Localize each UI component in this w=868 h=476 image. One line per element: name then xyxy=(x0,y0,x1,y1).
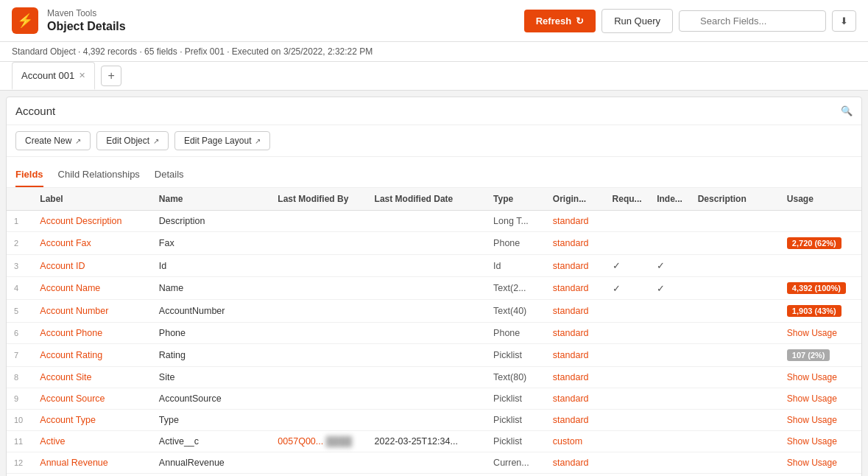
tab-child-relationships[interactable]: Child Relationships xyxy=(58,164,140,187)
row-origin: standard xyxy=(546,388,605,410)
download-button[interactable]: ⬇ xyxy=(832,10,856,32)
row-description xyxy=(691,300,780,323)
label-link[interactable]: Active xyxy=(40,436,65,447)
label-link[interactable]: Account Phone xyxy=(40,328,102,338)
row-origin: standard xyxy=(546,300,605,323)
row-required xyxy=(605,211,650,232)
tab-close-icon[interactable]: ✕ xyxy=(79,71,85,80)
label-link[interactable]: Account Description xyxy=(40,216,121,226)
row-modified-date xyxy=(367,300,487,323)
edit-page-layout-button[interactable]: Edit Page Layout ↗ xyxy=(174,131,270,150)
row-origin: standard xyxy=(546,452,605,474)
row-modified-by xyxy=(270,255,367,277)
col-desc-header[interactable]: Description xyxy=(691,188,780,211)
row-num: 1 xyxy=(7,211,32,232)
row-modified-date xyxy=(367,232,487,255)
row-type: Picklist xyxy=(486,410,546,431)
col-type-header[interactable]: Type xyxy=(486,188,546,211)
refresh-icon: ↻ xyxy=(576,15,584,27)
row-modified-by xyxy=(270,344,367,367)
label-link[interactable]: Account Number xyxy=(40,306,108,316)
edit-object-label: Edit Object xyxy=(106,136,149,146)
tab-account-001[interactable]: Account 001 ✕ xyxy=(12,62,95,90)
row-modified-by: 0057Q00... ████ xyxy=(270,431,367,452)
search-input[interactable] xyxy=(679,10,826,32)
label-link[interactable]: Account Name xyxy=(40,283,100,293)
row-name: Active__c xyxy=(152,431,271,452)
object-input[interactable] xyxy=(15,105,841,117)
col-indexed-header[interactable]: Inde... xyxy=(649,188,691,211)
row-name: BillingAddress xyxy=(152,474,271,477)
header-title: Maven Tools Object Details xyxy=(47,8,126,33)
table-row: 5 Account Number AccountNumber Text(40) … xyxy=(7,300,861,323)
show-usage-link[interactable]: Show Usage xyxy=(787,328,837,338)
origin-value: standard xyxy=(553,283,589,293)
col-label-header[interactable]: Label xyxy=(32,188,152,211)
show-usage-link[interactable]: Show Usage xyxy=(787,393,837,404)
download-icon: ⬇ xyxy=(840,15,848,27)
col-modified-by-header[interactable]: Last Modified By xyxy=(270,188,367,211)
refresh-label: Refresh xyxy=(536,15,571,27)
row-usage: Show Usage xyxy=(780,410,861,431)
table-row: 6 Account Phone Phone Phone standard Sho… xyxy=(7,323,861,344)
label-link[interactable]: Account Source xyxy=(40,393,105,404)
col-usage-header[interactable]: Usage xyxy=(780,188,861,211)
refresh-button[interactable]: Refresh ↻ xyxy=(524,10,596,32)
row-required xyxy=(605,410,650,431)
tab-details-label: Details xyxy=(155,169,184,180)
row-description xyxy=(691,452,780,474)
row-num: 7 xyxy=(7,344,32,367)
row-type: Text(2... xyxy=(486,277,546,300)
create-new-button[interactable]: Create New ↗ xyxy=(15,131,91,150)
show-usage-link[interactable]: Show Usage xyxy=(787,415,837,425)
row-origin: standard xyxy=(546,255,605,277)
row-usage: Show Usage xyxy=(780,323,861,344)
row-indexed: ✓ xyxy=(649,277,691,300)
indexed-check: ✓ xyxy=(657,260,665,271)
row-required xyxy=(605,388,650,410)
row-label: Account Fax xyxy=(32,232,152,255)
show-usage-link[interactable]: Show Usage xyxy=(787,458,837,468)
table-row: 9 Account Source AccountSource Picklist … xyxy=(7,388,861,410)
show-usage-link[interactable]: Show Usage xyxy=(787,372,837,382)
row-indexed xyxy=(649,474,691,477)
col-name-header[interactable]: Name xyxy=(152,188,271,211)
label-link[interactable]: Account Site xyxy=(40,372,91,382)
col-origin-header[interactable]: Origin... xyxy=(546,188,605,211)
row-modified-date xyxy=(367,344,487,367)
col-required-header[interactable]: Requ... xyxy=(605,188,650,211)
edit-page-layout-label: Edit Page Layout xyxy=(184,136,251,146)
label-link[interactable]: Account ID xyxy=(40,261,85,271)
show-usage-link[interactable]: Show Usage xyxy=(787,436,837,447)
label-link[interactable]: Account Type xyxy=(40,415,96,425)
external-link-icon: ↗ xyxy=(75,137,81,145)
run-query-button[interactable]: Run Query xyxy=(601,9,673,33)
row-description xyxy=(691,232,780,255)
row-label: Billing Address xyxy=(32,474,152,477)
table-row: 8 Account Site Site Text(80) standard Sh… xyxy=(7,367,861,388)
usage-badge: 4,392 (100%) xyxy=(787,282,846,294)
row-usage: Show Usage xyxy=(780,367,861,388)
tab-fields[interactable]: Fields xyxy=(15,164,43,187)
row-modified-by xyxy=(270,452,367,474)
tab-details[interactable]: Details xyxy=(155,164,184,187)
indexed-check: ✓ xyxy=(657,283,665,294)
row-modified-by xyxy=(270,410,367,431)
table-row: 7 Account Rating Rating Picklist standar… xyxy=(7,344,861,367)
row-name: Name xyxy=(152,277,271,300)
row-label: Account ID xyxy=(32,255,152,277)
label-link[interactable]: Annual Revenue xyxy=(40,458,107,468)
main-content: 🔍 Create New ↗ Edit Object ↗ Edit Page L… xyxy=(6,97,862,476)
modified-by-link[interactable]: 0057Q00... xyxy=(278,436,323,447)
tab-add-button[interactable]: + xyxy=(101,66,121,86)
search-right-icon: 🔍 xyxy=(841,105,853,116)
col-modified-date-header[interactable]: Last Modified Date xyxy=(367,188,487,211)
edit-object-button[interactable]: Edit Object ↗ xyxy=(96,131,169,150)
label-link[interactable]: Account Fax xyxy=(40,238,91,248)
required-check: ✓ xyxy=(613,260,621,271)
row-description xyxy=(691,410,780,431)
label-link[interactable]: Account Rating xyxy=(40,350,102,360)
row-modified-date xyxy=(367,255,487,277)
row-label: Account Rating xyxy=(32,344,152,367)
origin-value: standard xyxy=(553,393,589,404)
